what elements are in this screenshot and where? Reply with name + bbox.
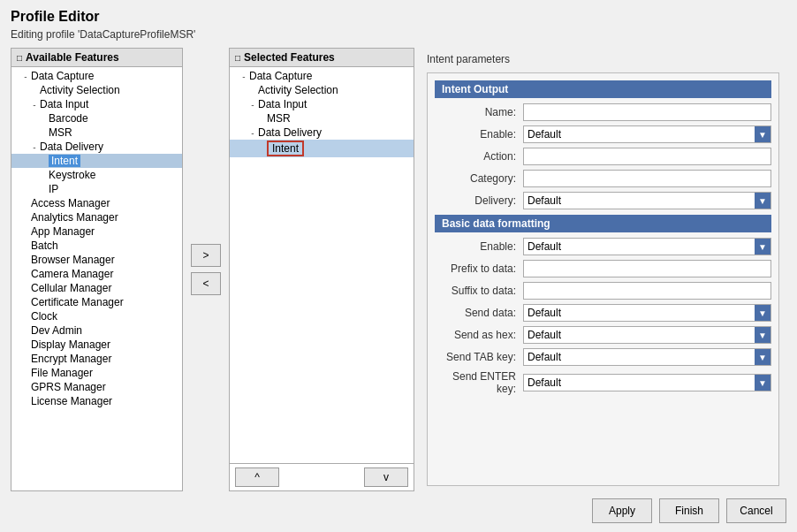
tree-item-di[interactable]: - Data Input <box>11 97 182 111</box>
available-features-header: □ Available Features <box>11 49 182 67</box>
tree-item-batch[interactable]: Batch <box>11 239 182 253</box>
tree-item-activity[interactable]: Activity Selection <box>11 83 182 97</box>
sel-di-expand[interactable]: - <box>247 100 258 110</box>
sel-intent-expand <box>256 144 267 154</box>
cancel-button[interactable]: Cancel <box>726 498 786 523</box>
basic-formatting-header: Basic data formatting <box>435 215 771 232</box>
sel-tree-item-dd[interactable]: - Data Delivery <box>230 125 414 140</box>
tree-item-barcode[interactable]: Barcode <box>11 111 182 125</box>
sel-tree-item-dc[interactable]: - Data Capture <box>230 69 414 83</box>
sendtab-arrow-icon[interactable]: ▼ <box>755 349 770 365</box>
tree-item-access[interactable]: Access Manager <box>11 196 182 210</box>
category-input[interactable] <box>523 170 771 187</box>
sel-dd-label: Data Delivery <box>258 126 322 139</box>
tree-item-gprs[interactable]: GPRS Manager <box>11 380 182 394</box>
dc-expand[interactable]: - <box>20 72 31 81</box>
sel-dc-expand[interactable]: - <box>239 72 249 81</box>
tree-item-dd[interactable]: - Data Delivery <box>11 140 182 154</box>
prefix-input[interactable] <box>523 260 771 277</box>
enable-arrow-icon[interactable]: ▼ <box>755 126 770 142</box>
enable-label: Enable: <box>435 128 523 141</box>
sendenter-value: Default <box>524 376 755 390</box>
tree-item-msr[interactable]: MSR <box>11 125 182 140</box>
sel-tree-item-activity[interactable]: Activity Selection <box>230 83 414 97</box>
tree-item-clock[interactable]: Clock <box>11 309 182 323</box>
suffix-input[interactable] <box>523 282 771 300</box>
senddata-select[interactable]: Default ▼ <box>523 304 771 322</box>
tree-item-analytics[interactable]: Analytics Manager <box>11 210 182 224</box>
app-label: App Manager <box>31 225 95 238</box>
browser-label: Browser Manager <box>31 254 115 266</box>
di-expand[interactable]: - <box>29 100 40 110</box>
fmt-enable-arrow-icon[interactable]: ▼ <box>755 239 770 255</box>
tree-item-encrypt[interactable]: Encrypt Manager <box>11 352 182 366</box>
camera-expand <box>20 270 31 279</box>
tree-item-display[interactable]: Display Manager <box>11 338 182 352</box>
sel-tree-item-intent[interactable]: Intent <box>230 140 414 157</box>
app-expand <box>20 227 31 237</box>
tree-item-dc[interactable]: - Data Capture <box>11 69 182 83</box>
tree-item-devadmin[interactable]: Dev Admin <box>11 323 182 338</box>
intent-output-header: Intent Output <box>435 80 771 98</box>
available-expand-icon[interactable]: □ <box>17 53 22 63</box>
delivery-select[interactable]: Default ▼ <box>523 192 771 209</box>
sel-di-label: Data Input <box>258 98 307 110</box>
tree-item-cert[interactable]: Certificate Manager <box>11 295 182 309</box>
msr-label: MSR <box>49 126 72 139</box>
tree-item-file[interactable]: File Manager <box>11 366 182 380</box>
tree-item-camera[interactable]: Camera Manager <box>11 267 182 281</box>
intent-label: Intent <box>49 155 80 167</box>
file-label: File Manager <box>31 367 93 379</box>
action-row: Action: <box>435 148 771 165</box>
move-right-button[interactable]: > <box>191 244 221 267</box>
sendhex-arrow-icon[interactable]: ▼ <box>755 327 770 343</box>
gprs-expand <box>20 383 31 392</box>
sendtab-value: Default <box>524 350 755 364</box>
access-label: Access Manager <box>31 197 110 209</box>
sel-tree-item-msr[interactable]: MSR <box>230 111 414 125</box>
sel-dd-expand[interactable]: - <box>247 128 258 138</box>
sendenter-label: Send ENTER key: <box>435 370 523 395</box>
enable-select[interactable]: Default ▼ <box>523 125 771 143</box>
tree-item-browser[interactable]: Browser Manager <box>11 253 182 267</box>
main-content: □ Available Features - Data Capture Acti… <box>11 48 786 491</box>
move-up-button[interactable]: ^ <box>235 467 279 487</box>
action-input[interactable] <box>523 148 771 165</box>
dd-expand[interactable]: - <box>29 142 40 152</box>
tree-item-intent[interactable]: Intent <box>11 154 182 168</box>
sel-tree-item-di[interactable]: - Data Input <box>230 97 414 111</box>
dialog-bottom-buttons: Apply Finish Cancel <box>11 491 786 523</box>
name-input[interactable] <box>523 103 771 121</box>
cert-label: Certificate Manager <box>31 296 124 308</box>
tree-item-ip[interactable]: IP <box>11 182 182 196</box>
profile-editor-dialog: Profile Editor Editing profile 'DataCapt… <box>0 0 797 532</box>
senddata-arrow-icon[interactable]: ▼ <box>755 305 770 321</box>
move-left-button[interactable]: < <box>191 272 221 295</box>
activity-expand <box>29 86 40 95</box>
sendhex-select[interactable]: Default ▼ <box>523 326 771 344</box>
tree-item-license[interactable]: License Manager <box>11 394 182 408</box>
tree-item-keystroke[interactable]: Keystroke <box>11 168 182 182</box>
activity-label: Activity Selection <box>40 84 120 96</box>
camera-label: Camera Manager <box>31 268 113 280</box>
apply-button[interactable]: Apply <box>592 498 652 523</box>
sendenter-arrow-icon[interactable]: ▼ <box>755 375 770 391</box>
encrypt-expand <box>20 354 31 364</box>
intent-content-area: Intent Output Name: Enable: Default ▼ Ac… <box>427 72 779 486</box>
senddata-value: Default <box>524 306 755 320</box>
tree-item-app[interactable]: App Manager <box>11 224 182 239</box>
fmt-enable-select[interactable]: Default ▼ <box>523 238 771 255</box>
tree-item-cellular[interactable]: Cellular Manager <box>11 281 182 295</box>
sel-msr-label: MSR <box>267 112 291 125</box>
move-down-button[interactable]: v <box>364 467 408 487</box>
transfer-buttons: > < <box>188 48 224 491</box>
finish-button[interactable]: Finish <box>659 498 719 523</box>
senddata-row: Send data: Default ▼ <box>435 304 771 322</box>
available-tree-area: - Data Capture Activity Selection - Data… <box>11 67 182 490</box>
delivery-arrow-icon[interactable]: ▼ <box>755 193 770 209</box>
sendhex-row: Send as hex: Default ▼ <box>435 326 771 344</box>
category-label: Category: <box>435 172 523 185</box>
sendtab-select[interactable]: Default ▼ <box>523 348 771 366</box>
selected-expand-icon[interactable]: □ <box>235 53 240 63</box>
sendenter-select[interactable]: Default ▼ <box>523 374 771 391</box>
